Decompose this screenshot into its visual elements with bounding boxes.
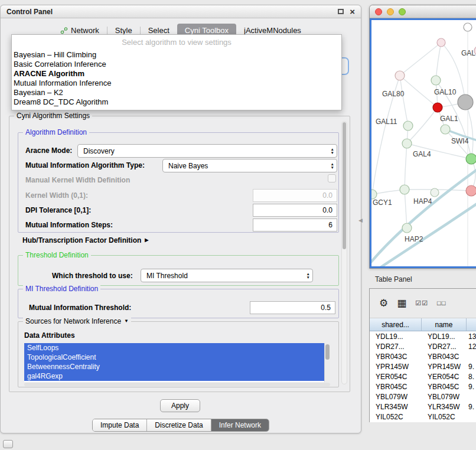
aracne-mode-select[interactable]: Discovery ▲ ▼ [77, 144, 337, 158]
attribute-list-item[interactable]: SelfLoops [24, 343, 324, 353]
network-node[interactable] [395, 71, 405, 80]
float-window-icon[interactable] [338, 9, 344, 14]
mi-algorithm-type-select[interactable]: Naive Bayes ▲ ▼ [162, 159, 337, 172]
table-row[interactable]: YDR27...YDR27...12 [370, 341, 476, 351]
attribute-list-item[interactable]: TopologicalCoefficient [24, 353, 324, 362]
table-cell[interactable]: YLR345W [370, 403, 422, 411]
table-row[interactable]: YBR043CYBR043C [370, 351, 476, 361]
network-node[interactable] [437, 38, 445, 47]
control-panel-titlebar[interactable]: Control Panel × [1, 5, 361, 18]
table-cell[interactable]: 13 [467, 332, 476, 341]
table-cell[interactable]: YBR045C [370, 383, 422, 391]
network-node[interactable] [466, 154, 476, 164]
algorithm-option[interactable]: ARACNE Algorithm [12, 69, 341, 79]
deselect-all-icon[interactable]: □□ [437, 300, 446, 306]
network-node[interactable] [433, 103, 442, 112]
table-cell[interactable]: YBR043C [422, 353, 467, 361]
network-edge[interactable] [405, 190, 407, 228]
columns-icon[interactable]: ▦ [397, 298, 406, 308]
attributes-scrollbar[interactable] [324, 343, 330, 382]
table-cell[interactable]: YBL079W [422, 393, 467, 401]
dpi-tolerance-field[interactable]: 0.0 [253, 204, 337, 217]
algorithm-option[interactable]: Mutual Information Inference [12, 79, 341, 88]
table-cell[interactable]: 8. [467, 373, 476, 381]
network-window-titlebar[interactable] [370, 5, 476, 18]
sources-group-title[interactable]: Sources for Network Inference ▼ [23, 317, 131, 325]
network-node[interactable] [441, 125, 450, 134]
network-edge[interactable] [400, 76, 408, 126]
network-node[interactable] [431, 188, 439, 197]
table-row[interactable]: YBR045CYBR045C9. [370, 381, 476, 392]
table-cell[interactable]: YBR043C [370, 353, 422, 361]
table-cell[interactable]: YER054C [370, 373, 422, 381]
table-cell[interactable]: YPR145W [370, 363, 422, 371]
network-edge[interactable] [371, 161, 476, 266]
table-cell[interactable]: YDR27... [370, 343, 422, 351]
table-cell[interactable]: YPR145W [422, 363, 467, 371]
tab-infer-network[interactable]: Infer Network [211, 419, 269, 431]
network-edge[interactable] [436, 43, 441, 80]
scrollbar-thumb[interactable] [325, 344, 330, 360]
table-cell[interactable]: YIL052C [422, 413, 467, 421]
network-node[interactable] [402, 223, 412, 233]
network-node[interactable] [402, 139, 412, 148]
which-threshold-select[interactable]: MI Threshold ▲ ▼ [141, 269, 313, 282]
table-cell[interactable]: YBL079W [370, 393, 422, 401]
table-row[interactable]: YER054CYER054C8. [370, 371, 476, 381]
network-canvas[interactable]: GAL80GAL10GAL11GAL1SWI4GAL4GCY1HAP4HAP2G… [370, 18, 476, 268]
column-header-name[interactable]: name [422, 318, 467, 331]
network-node[interactable] [464, 23, 472, 31]
algorithm-option[interactable]: Dream8 DC_TDC Algorithm [12, 97, 341, 107]
column-header-clipped[interactable] [467, 318, 476, 331]
select-all-icon[interactable]: ☑☑ [415, 300, 428, 306]
network-node[interactable] [458, 94, 473, 110]
settings-scrollbar[interactable] [341, 121, 347, 384]
table-row[interactable]: YLR345WYLR345W9. [370, 402, 476, 412]
column-header-shared-name[interactable]: shared... [370, 318, 422, 331]
table-cell[interactable]: YER054C [422, 373, 467, 381]
table-row[interactable]: YBL079WYBL079W [370, 392, 476, 402]
table-cell[interactable]: 9. [467, 403, 476, 411]
minimized-panel-icon[interactable] [3, 440, 13, 448]
scrollbar-thumb[interactable] [343, 122, 346, 249]
network-node[interactable] [403, 121, 413, 131]
panel-collapse-handle[interactable]: ◀ [358, 217, 363, 223]
network-node[interactable] [400, 185, 409, 194]
table-row[interactable]: YDL19...YDL19...13 [370, 331, 476, 341]
table-cell[interactable]: YLR345W [422, 403, 467, 411]
close-traffic-light[interactable] [375, 8, 382, 15]
table-cell[interactable]: YBR045C [422, 383, 467, 391]
minimize-traffic-light[interactable] [387, 8, 394, 15]
close-icon[interactable]: × [350, 7, 355, 16]
network-edge[interactable] [405, 144, 407, 190]
zoom-traffic-light[interactable] [399, 8, 406, 15]
mi-steps-field[interactable]: 6 [253, 219, 337, 231]
table-cell[interactable]: YDL19... [370, 332, 422, 341]
table-cell[interactable]: 9. [467, 383, 476, 391]
attributes-horizontal-scrollbar[interactable] [24, 383, 330, 386]
table-cell[interactable]: 9. [467, 363, 476, 371]
data-attributes-list[interactable]: SelfLoopsTopologicalCoefficientBetweenne… [24, 343, 324, 382]
network-edge[interactable] [400, 43, 441, 76]
table-cell[interactable]: YDL19... [422, 332, 467, 341]
tab-discretize-data[interactable]: Discretize Data [147, 419, 211, 431]
apply-button[interactable]: Apply [160, 399, 200, 412]
table-cell[interactable]: YIL052C [370, 413, 422, 421]
gear-icon[interactable]: ⚙ [379, 298, 388, 308]
attribute-list-item[interactable]: BetweennessCentrality [24, 362, 324, 371]
table-row[interactable]: YIL052CYIL052C [370, 412, 476, 422]
attribute-list-item[interactable]: gal4RGexp [24, 371, 324, 381]
network-node[interactable] [431, 76, 441, 85]
network-node[interactable] [371, 190, 377, 199]
network-node[interactable] [466, 185, 476, 196]
mi-threshold-field[interactable]: 0.5 [250, 301, 335, 314]
table-cell[interactable]: 12 [467, 343, 476, 351]
algorithm-option[interactable]: Basic Correlation Inference [12, 60, 341, 69]
tab-impute-data[interactable]: Impute Data [93, 419, 147, 431]
algorithm-option[interactable]: Bayesian – Hill Climbing [12, 50, 341, 60]
table-row[interactable]: YPR145WYPR145W9. [370, 361, 476, 371]
table-cell[interactable]: YDR27... [422, 343, 467, 351]
hub-definition-section[interactable]: Hub/Transcription Factor Definition ▶ [22, 236, 149, 244]
algorithm-option[interactable]: Bayesian – K2 [12, 88, 341, 97]
network-edge[interactable] [465, 102, 473, 159]
